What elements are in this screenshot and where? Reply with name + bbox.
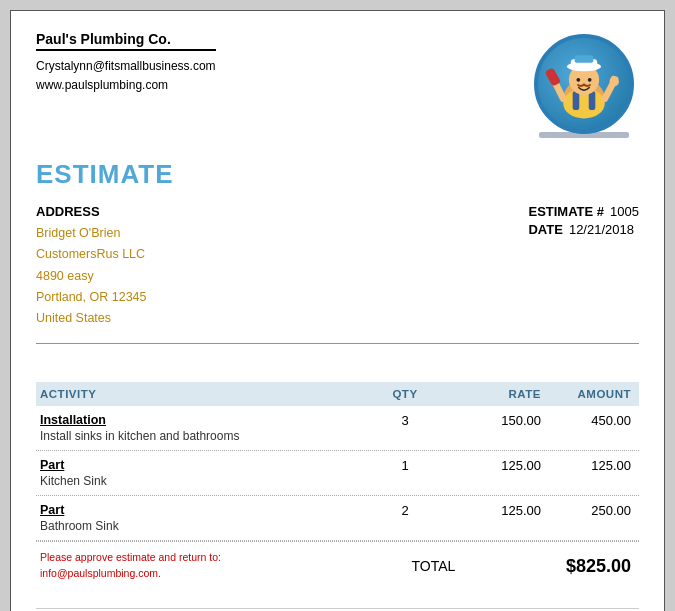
address-company: CustomersRus LLC	[36, 244, 147, 265]
col-activity-header: ACTIVITY	[40, 388, 365, 400]
page-header: Paul's Plumbing Co. Crystalynn@fitsmallb…	[36, 31, 639, 141]
estimate-date-label: DATE	[528, 222, 562, 237]
total-label: TOTAL	[412, 558, 456, 574]
contact-info: Crystalynn@fitsmallbusiness.com www.paul…	[36, 57, 216, 95]
company-name: Paul's Plumbing Co.	[36, 31, 216, 51]
estimate-date-row: DATE 12/21/2018	[528, 222, 639, 237]
table-row: Installation Install sinks in kitchen an…	[36, 406, 639, 451]
row-3-amount: 250.00	[545, 503, 635, 518]
estimate-meta: ESTIMATE # 1005 DATE 12/21/2018	[528, 204, 639, 329]
address-city: Portland, OR 12345	[36, 287, 147, 308]
row-1-main: Installation Install sinks in kitchen an…	[40, 413, 635, 443]
row-1-name: Installation	[40, 413, 365, 427]
header-divider	[36, 343, 639, 344]
table-header: ACTIVITY QTY RATE AMOUNT	[36, 382, 639, 406]
table-row: Part Bathroom Sink 2 125.00 250.00	[36, 496, 639, 541]
row-2-desc: Kitchen Sink	[40, 474, 365, 488]
address-name: Bridget O'Brien	[36, 223, 147, 244]
row-1-desc: Install sinks in kitchen and bathrooms	[40, 429, 365, 443]
col-qty-header: QTY	[365, 388, 445, 400]
total-amount: $825.00	[566, 556, 635, 577]
company-email: Crystalynn@fitsmallbusiness.com	[36, 57, 216, 76]
row-1-rate: 150.00	[445, 413, 545, 428]
row-1-amount: 450.00	[545, 413, 635, 428]
row-3-name: Part	[40, 503, 365, 517]
footer-note-line1: Please approve estimate and return to:	[40, 550, 221, 566]
svg-rect-7	[575, 55, 594, 63]
estimate-date: 12/21/2018	[569, 222, 634, 237]
estimate-title: ESTIMATE	[36, 159, 639, 190]
row-1-qty: 3	[365, 413, 445, 428]
estimate-page: Paul's Plumbing Co. Crystalynn@fitsmallb…	[10, 10, 665, 611]
address-estimate-row: ADDRESS Bridget O'Brien CustomersRus LLC…	[36, 204, 639, 329]
row-2-amount: 125.00	[545, 458, 635, 473]
row-3-desc: Bathroom Sink	[40, 519, 365, 533]
estimate-number-label: ESTIMATE #	[528, 204, 604, 219]
row-1-activity: Installation Install sinks in kitchen an…	[40, 413, 365, 443]
logo-circle	[534, 34, 634, 134]
row-3-rate: 125.00	[445, 503, 545, 518]
total-footer: Please approve estimate and return to: i…	[36, 541, 639, 590]
row-2-rate: 125.00	[445, 458, 545, 473]
address-country: United States	[36, 308, 147, 329]
address-values: Bridget O'Brien CustomersRus LLC 4890 ea…	[36, 223, 147, 329]
estimate-number-row: ESTIMATE # 1005	[528, 204, 639, 219]
address-label: ADDRESS	[36, 204, 147, 219]
col-amount-header: AMOUNT	[545, 388, 635, 400]
svg-point-9	[588, 77, 592, 81]
row-3-main: Part Bathroom Sink 2 125.00 250.00	[40, 503, 635, 533]
row-3-activity: Part Bathroom Sink	[40, 503, 365, 533]
row-2-main: Part Kitchen Sink 1 125.00 125.00	[40, 458, 635, 488]
company-website: www.paulsplumbing.com	[36, 76, 216, 95]
row-2-activity: Part Kitchen Sink	[40, 458, 365, 488]
estimate-number: 1005	[610, 204, 639, 219]
row-2-name: Part	[40, 458, 365, 472]
line-items-table: ACTIVITY QTY RATE AMOUNT Installation In…	[36, 382, 639, 541]
row-2-qty: 1	[365, 458, 445, 473]
address-block: ADDRESS Bridget O'Brien CustomersRus LLC…	[36, 204, 147, 329]
footer-note: Please approve estimate and return to: i…	[40, 550, 221, 582]
plumber-logo-svg	[544, 42, 624, 127]
table-row: Part Kitchen Sink 1 125.00 125.00	[36, 451, 639, 496]
footer-note-line2: info@paulsplumbing.com.	[40, 566, 221, 582]
logo-area	[529, 31, 639, 141]
svg-rect-2	[573, 91, 580, 110]
svg-point-8	[576, 77, 580, 81]
col-rate-header: RATE	[445, 388, 545, 400]
company-info: Paul's Plumbing Co. Crystalynn@fitsmallb…	[36, 31, 216, 95]
address-street: 4890 easy	[36, 266, 147, 287]
svg-line-12	[605, 84, 613, 98]
row-3-qty: 2	[365, 503, 445, 518]
svg-rect-3	[589, 91, 596, 110]
